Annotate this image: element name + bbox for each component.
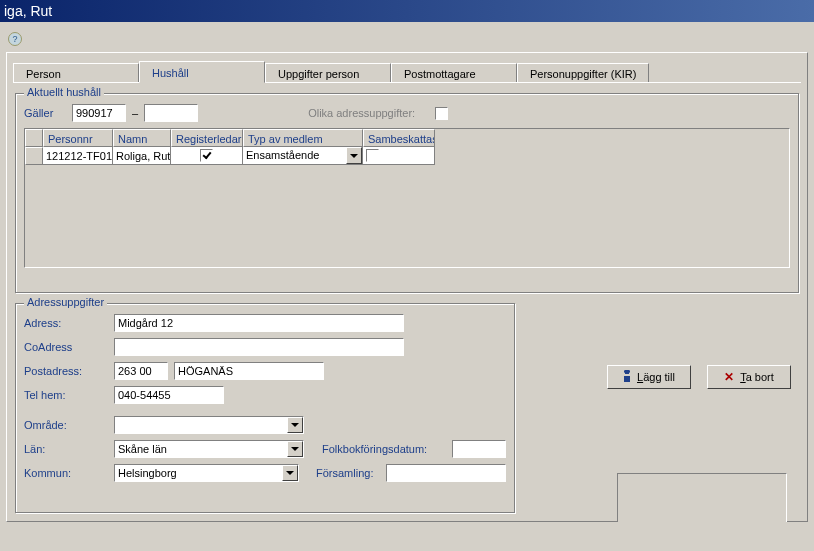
galler-label: Gäller	[24, 107, 72, 119]
typ-select-value: Ensamstående	[243, 147, 346, 164]
omrade-select[interactable]	[114, 416, 304, 434]
col-namn[interactable]: Namn	[113, 129, 171, 147]
window-title: iga, Rut	[4, 3, 52, 19]
row-selector[interactable]	[25, 147, 43, 165]
table-row[interactable]: 121212-TF01 Roliga, Rut Ensamstående	[25, 147, 789, 165]
cell-typ-av-medlem[interactable]: Ensamstående	[243, 147, 363, 165]
kommun-select-button[interactable]	[282, 465, 298, 481]
help-icon[interactable]: ?	[8, 32, 22, 46]
omrade-select-button[interactable]	[287, 417, 303, 433]
cell-personnr[interactable]: 121212-TF01	[43, 147, 113, 165]
folkbok-input[interactable]	[452, 440, 506, 458]
chevron-down-icon	[291, 447, 299, 451]
olika-adress-label: Olika adressuppgifter:	[308, 107, 415, 119]
sambeskattas-checkbox[interactable]	[366, 149, 379, 162]
cell-namn[interactable]: Roliga, Rut	[113, 147, 171, 165]
chevron-down-icon	[291, 423, 299, 427]
cell-sambeskattas[interactable]	[363, 147, 435, 165]
olika-adress-checkbox[interactable]	[435, 107, 448, 120]
lan-label: Län:	[24, 443, 114, 455]
postnr-input[interactable]	[114, 362, 168, 380]
galler-from-input[interactable]	[72, 104, 126, 122]
col-sambeskattas[interactable]: Sambeskattas	[363, 129, 435, 147]
tab-uppgifter-person[interactable]: Uppgifter person	[265, 63, 391, 83]
group-aktuellt-hushall: Aktuellt hushåll Gäller – Olika adressup…	[15, 93, 799, 293]
lan-select[interactable]: Skåne län	[114, 440, 304, 458]
household-table: Personnr Namn Registerledare Typ av medl…	[24, 128, 790, 268]
registerledare-checkbox[interactable]	[200, 149, 213, 162]
lan-select-button[interactable]	[287, 441, 303, 457]
telhem-label: Tel hem:	[24, 389, 114, 401]
galler-to-input[interactable]	[144, 104, 198, 122]
group-aktuellt-title: Aktuellt hushåll	[24, 86, 104, 98]
col-registerledare[interactable]: Registerledare	[171, 129, 243, 147]
galler-dash: –	[132, 107, 138, 119]
adress-label: Adress:	[24, 317, 114, 329]
chevron-down-icon	[350, 154, 358, 158]
tab-postmottagare[interactable]: Postmottagare	[391, 63, 517, 83]
folkbok-label: Folkbokföringsdatum:	[322, 443, 452, 455]
title-bar: iga, Rut	[0, 0, 814, 22]
group-adress-title: Adressuppgifter	[24, 296, 107, 308]
col-personnr[interactable]: Personnr	[43, 129, 113, 147]
group-adressuppgifter: Adressuppgifter Adress: CoAdress Postadr…	[15, 303, 515, 513]
chevron-down-icon	[286, 471, 294, 475]
coadress-input[interactable]	[114, 338, 404, 356]
postadress-label: Postadress:	[24, 365, 114, 377]
tab-personuppgifter-kir[interactable]: Personuppgifter (KIR)	[517, 63, 649, 83]
kommun-select[interactable]: Helsingborg	[114, 464, 299, 482]
typ-select-button[interactable]	[346, 147, 362, 164]
omrade-label: Område:	[24, 419, 114, 431]
kommun-label: Kommun:	[24, 467, 114, 479]
adress-input[interactable]	[114, 314, 404, 332]
telhem-input[interactable]	[114, 386, 224, 404]
forsamling-label: Församling:	[316, 467, 386, 479]
tab-strip: Person Hushåll Uppgifter person Postmott…	[13, 61, 801, 83]
tab-hushall[interactable]: Hushåll	[139, 61, 265, 83]
forsamling-input[interactable]	[386, 464, 506, 482]
postort-input[interactable]	[174, 362, 324, 380]
coadress-label: CoAdress	[24, 341, 114, 353]
cell-registerledare[interactable]	[171, 147, 243, 165]
tab-person[interactable]: Person	[13, 63, 139, 83]
col-typ-av-medlem[interactable]: Typ av medlem	[243, 129, 363, 147]
table-corner	[25, 129, 43, 147]
